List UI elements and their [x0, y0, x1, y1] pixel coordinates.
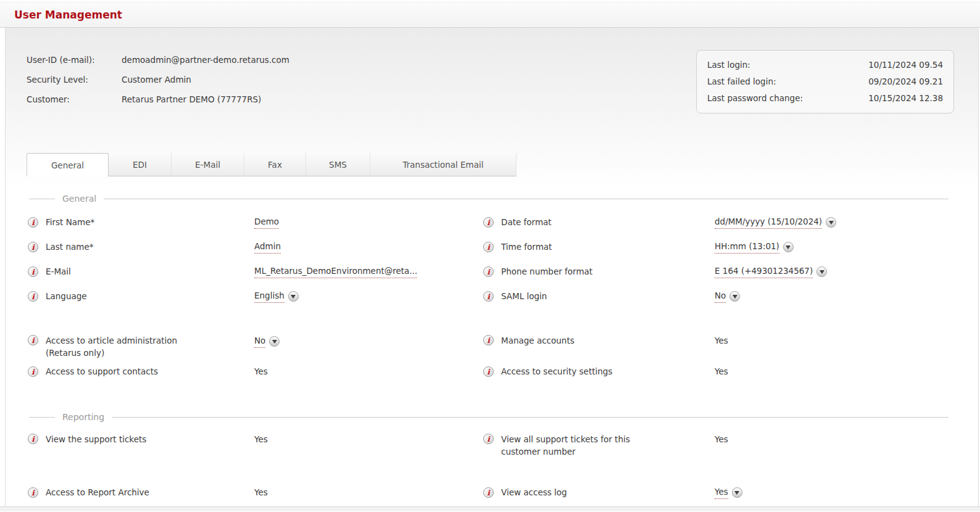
email-value[interactable]: ML_Retarus_DemoEnvironment@reta...	[254, 265, 417, 278]
info-icon[interactable]	[28, 434, 38, 444]
info-icon[interactable]	[483, 434, 494, 444]
info-icon[interactable]	[483, 217, 494, 228]
security-level-value: Customer Admin	[122, 73, 191, 86]
field-language: Language English	[6, 284, 476, 308]
language-value[interactable]: English	[254, 289, 284, 303]
last-login-label: Last login:	[707, 57, 750, 73]
view-support-tickets-value: Yes	[254, 433, 268, 445]
section-header-general: General	[29, 192, 949, 205]
info-icon[interactable]	[28, 266, 38, 277]
customer-row: Customer: Retarus Partner DEMO (77777RS)	[27, 93, 289, 105]
saml-login-value[interactable]: No	[715, 289, 726, 303]
date-format-label: Date format	[501, 216, 715, 228]
info-icon[interactable]	[28, 335, 38, 345]
customer-label: Customer:	[27, 93, 122, 105]
chevron-down-icon[interactable]	[816, 266, 827, 277]
first-name-label: First Name*	[46, 216, 254, 228]
field-report-archive: Access to Report Archive Yes	[6, 476, 476, 506]
field-last-name: Last name* Admin	[6, 234, 476, 259]
access-log-value[interactable]: Yes	[715, 485, 728, 499]
general-fields-group2: Access to article administration (Retaru…	[6, 333, 978, 384]
info-icon[interactable]	[483, 487, 494, 498]
field-access-log: View access log Yes	[476, 476, 978, 506]
security-level-label: Security Level:	[27, 73, 122, 86]
support-contacts-value: Yes	[254, 365, 268, 378]
tab-fax[interactable]: Fax	[244, 153, 306, 176]
email-label: E-Mail	[46, 265, 254, 278]
page-title: User Management	[14, 9, 122, 21]
info-icon[interactable]	[483, 366, 494, 377]
field-phone-format: Phone number format E 164 (+49301234567)	[476, 259, 978, 284]
field-article-admin: Access to article administration (Retaru…	[6, 333, 476, 359]
account-summary-area: User-ID (e-mail): demoadmin@partner-demo…	[6, 28, 978, 153]
report-archive-value: Yes	[254, 486, 268, 498]
chevron-down-icon[interactable]	[732, 487, 742, 498]
last-failed-login-value: 09/20/2024 09.21	[868, 73, 943, 90]
section-title: General	[62, 194, 96, 204]
time-format-value[interactable]: HH:mm (13:01)	[715, 240, 779, 254]
info-icon[interactable]	[483, 335, 494, 345]
field-view-support-tickets: View the support tickets Yes	[6, 432, 476, 464]
last-failed-login-row: Last failed login: 09/20/2024 09.21	[707, 73, 943, 90]
view-all-tickets-value: Yes	[715, 433, 728, 445]
tab-email[interactable]: E-Mail	[172, 153, 244, 176]
divider	[104, 199, 949, 199]
first-name-value[interactable]: Demo	[254, 215, 279, 229]
chevron-down-icon[interactable]	[826, 217, 836, 228]
chevron-down-icon[interactable]	[288, 291, 299, 302]
phone-format-value[interactable]: E 164 (+49301234567)	[715, 265, 813, 278]
info-icon[interactable]	[28, 217, 38, 228]
field-manage-accounts: Manage accounts Yes	[476, 333, 978, 359]
time-format-label: Time format	[501, 241, 715, 253]
info-icon[interactable]	[483, 266, 494, 277]
user-id-row: User-ID (e-mail): demoadmin@partner-demo…	[27, 54, 289, 66]
content-panel: User-ID (e-mail): demoadmin@partner-demo…	[5, 28, 979, 506]
info-icon[interactable]	[28, 366, 38, 377]
info-icon[interactable]	[483, 242, 494, 252]
security-level-row: Security Level: Customer Admin	[27, 73, 289, 86]
bottom-strip	[0, 506, 980, 511]
phone-format-label: Phone number format	[501, 265, 715, 278]
security-settings-value: Yes	[715, 365, 728, 378]
last-name-value[interactable]: Admin	[254, 240, 281, 254]
access-log-label: View access log	[501, 486, 715, 498]
field-support-contacts: Access to support contacts Yes	[6, 359, 476, 384]
tab-edi[interactable]: EDI	[109, 153, 172, 176]
tab-bar: General EDI E-Mail Fax SMS Transactional…	[27, 153, 978, 176]
date-format-value[interactable]: dd/MM/yyyy (15/10/2024)	[715, 215, 822, 229]
tab-general[interactable]: General	[27, 153, 109, 176]
chevron-down-icon[interactable]	[729, 291, 740, 302]
article-admin-value[interactable]: No	[254, 334, 265, 348]
language-label: Language	[46, 290, 254, 302]
field-saml-login: SAML login No	[476, 284, 978, 308]
security-settings-label: Access to security settings	[501, 365, 715, 378]
info-icon[interactable]	[28, 291, 38, 302]
divider	[112, 417, 949, 418]
tab-transactional-email[interactable]: Transactional Email	[370, 153, 517, 176]
tab-sms[interactable]: SMS	[306, 153, 370, 176]
chevron-down-icon[interactable]	[783, 242, 794, 252]
section-header-reporting: Reporting	[29, 411, 949, 423]
login-info-box: Last login: 10/11/2024 09.54 Last failed…	[696, 50, 954, 114]
field-time-format: Time format HH:mm (13:01)	[476, 234, 978, 259]
account-info: User-ID (e-mail): demoadmin@partner-demo…	[27, 54, 289, 113]
info-icon[interactable]	[483, 291, 494, 302]
support-contacts-label: Access to support contacts	[46, 365, 254, 378]
last-password-change-label: Last password change:	[707, 90, 803, 107]
last-failed-login-label: Last failed login:	[707, 73, 776, 90]
info-icon[interactable]	[28, 242, 38, 252]
report-archive-label: Access to Report Archive	[46, 486, 254, 498]
view-all-tickets-label: View all support tickets for this custom…	[501, 433, 663, 458]
chevron-down-icon[interactable]	[269, 336, 280, 347]
user-id-label: User-ID (e-mail):	[27, 54, 122, 66]
manage-accounts-label: Manage accounts	[501, 334, 715, 347]
section-title: Reporting	[62, 412, 104, 422]
user-id-value: demoadmin@partner-demo.retarus.com	[122, 54, 289, 66]
field-email: E-Mail ML_Retarus_DemoEnvironment@reta..…	[6, 259, 476, 284]
general-fields-group1: First Name* Demo Date format dd/MM/yyyy …	[6, 210, 978, 308]
info-icon[interactable]	[28, 487, 38, 498]
reporting-fields: View the support tickets Yes View all su…	[6, 432, 978, 506]
page-header: User Management	[0, 2, 980, 28]
last-login-row: Last login: 10/11/2024 09.54	[707, 57, 943, 73]
saml-login-label: SAML login	[501, 290, 715, 302]
